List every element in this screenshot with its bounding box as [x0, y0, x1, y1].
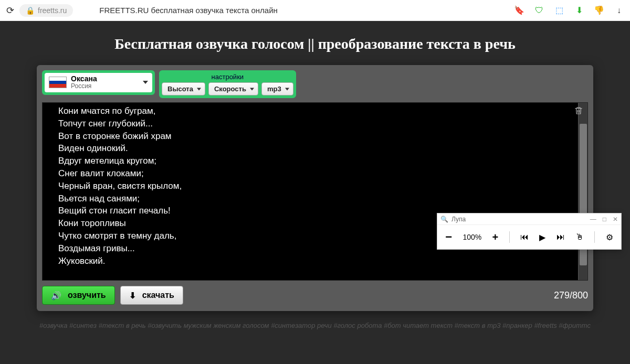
chevron-down-icon — [143, 81, 148, 84]
controls-row: Оксана Россия настройки Высота Скорость … — [42, 70, 588, 98]
voice-country: Россия — [71, 83, 97, 90]
url-text: freetts.ru — [38, 6, 67, 15]
settings-label: настройки — [162, 72, 293, 82]
separator — [594, 231, 595, 243]
clear-text-icon[interactable] — [574, 106, 584, 116]
download-ext-icon[interactable]: ⬇ — [574, 6, 584, 15]
speed-select[interactable]: Скорость — [208, 82, 258, 95]
download-label: скачать — [142, 291, 174, 300]
speak-label: озвучить — [68, 291, 106, 300]
magnifier-app-icon: 🔍 — [440, 216, 448, 223]
screenshot-icon[interactable]: ⬚ — [554, 6, 564, 15]
flag-russia-icon — [49, 77, 67, 88]
action-row: 🔊 озвучить ⬇ скачать 279/800 — [42, 286, 588, 305]
voice-select[interactable]: Оксана Россия — [42, 70, 155, 95]
play-icon[interactable]: ▶ — [539, 232, 545, 242]
magnifier-titlebar[interactable]: 🔍 Лупа — □ ✕ — [437, 213, 621, 225]
settings-group: настройки Высота Скорость mp3 — [159, 70, 296, 98]
download-button[interactable]: ⬇ скачать — [120, 286, 183, 305]
sound-icon: 🔊 — [51, 291, 61, 301]
magnifier-window[interactable]: 🔍 Лупа — □ ✕ − 100% + ⏮ ▶ ⏭ 🖱 ⚙ — [437, 213, 622, 250]
hashtags: #озвучка #синтез #текст в речь #озвучить… — [0, 320, 630, 331]
lock-icon: 🔒 — [26, 6, 35, 15]
browser-extension-icons: 🔖 🛡 ⬚ ⬇ 👎 ↓ — [514, 6, 624, 15]
page-body: Бесплатная озвучка голосом || преобразов… — [0, 21, 630, 364]
magnifier-body: − 100% + ⏮ ▶ ⏭ 🖱 ⚙ — [437, 225, 621, 249]
tts-panel: Оксана Россия настройки Высота Скорость … — [37, 65, 593, 311]
download-icon: ⬇ — [129, 291, 136, 301]
magnifier-title: Лупа — [452, 216, 466, 223]
minimize-icon[interactable]: — — [590, 216, 596, 223]
thumbs-down-icon[interactable]: 👎 — [594, 6, 604, 15]
char-counter: 279/800 — [554, 290, 588, 301]
zoom-level: 100% — [463, 233, 481, 241]
page-title: FREETTS.RU бесплатная озвучка текста онл… — [99, 6, 278, 15]
reload-icon[interactable]: ⟳ — [6, 5, 14, 16]
text-input-wrap: Кони мчатся по буграм, Топчут снег глубо… — [42, 102, 588, 281]
voice-name: Оксана — [71, 75, 97, 83]
settings-gear-icon[interactable]: ⚙ — [606, 232, 613, 242]
format-select[interactable]: mp3 — [261, 82, 293, 95]
skip-fwd-icon[interactable]: ⏭ — [556, 232, 565, 242]
url-chip[interactable]: 🔒 freetts.ru — [19, 4, 73, 17]
speak-button[interactable]: 🔊 озвучить — [42, 286, 115, 305]
pitch-select[interactable]: Высота — [162, 82, 205, 95]
browser-toolbar: ⟳ 🔒 freetts.ru FREETTS.RU бесплатная озв… — [0, 0, 630, 21]
shield-icon[interactable]: 🛡 — [534, 6, 544, 15]
download-arrow-icon[interactable]: ↓ — [614, 6, 624, 15]
text-input[interactable]: Кони мчатся по буграм, Топчут снег глубо… — [43, 103, 587, 280]
close-icon[interactable]: ✕ — [613, 216, 618, 223]
maximize-icon[interactable]: □ — [603, 216, 606, 223]
separator — [509, 231, 510, 243]
scrollbar[interactable] — [578, 103, 587, 280]
zoom-out-icon[interactable]: − — [445, 230, 452, 244]
cursor-audio-icon[interactable]: 🖱 — [575, 232, 584, 242]
skip-back-icon[interactable]: ⏮ — [520, 232, 529, 242]
zoom-in-icon[interactable]: + — [492, 231, 499, 243]
bookmark-icon[interactable]: 🔖 — [514, 6, 524, 15]
main-heading: Бесплатная озвучка голосом || преобразов… — [0, 36, 630, 52]
